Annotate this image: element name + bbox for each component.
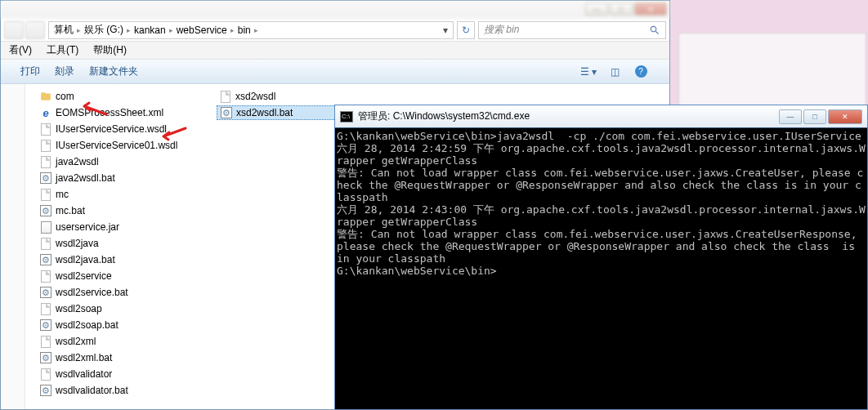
chevron-right-icon: ▸: [77, 26, 81, 34]
file-name: IUserServiceService.wsdl: [56, 123, 167, 135]
menu-tools[interactable]: 工具(T): [47, 43, 78, 57]
file-name: wsdl2soap.bat: [56, 319, 119, 331]
file-name: wsdlvalidator: [56, 368, 112, 380]
file-name: wsdl2service.bat: [56, 287, 128, 298]
breadcrumb[interactable]: 算机 ▸ 娱乐 (G:) ▸ kankan ▸ webService ▸ bin…: [48, 21, 454, 39]
file-item[interactable]: wsdl2java: [37, 236, 184, 251]
cmd-output[interactable]: G:\kankan\webService\bin>java2wsdl -cp .…: [335, 128, 867, 409]
view-mode-button[interactable]: ☰ ▾: [579, 64, 597, 80]
file-item[interactable]: java2wsdl: [37, 154, 184, 169]
search-placeholder: 搜索 bin: [484, 23, 519, 37]
file-name: EOMSProcessSheet.xml: [56, 107, 163, 118]
chevron-right-icon: ▸: [127, 26, 131, 34]
file-name: wsdl2xml: [56, 336, 96, 347]
sidebar[interactable]: [1, 84, 25, 409]
file-item[interactable]: eEOMSProcessSheet.xml: [37, 105, 184, 120]
file-item[interactable]: IUserServiceService01.wsdl: [37, 138, 184, 153]
file-item[interactable]: xsd2wsdl: [217, 89, 364, 104]
batch-file-icon: [39, 384, 52, 397]
cmd-window: C:\ 管理员: C:\Windows\system32\cmd.exe — □…: [334, 105, 868, 410]
batch-file-icon: [39, 253, 52, 266]
file-name: wsdl2soap: [56, 303, 102, 314]
file-item[interactable]: wsdl2service: [37, 269, 184, 283]
file-item[interactable]: wsdl2soap: [37, 301, 184, 316]
help-button[interactable]: ?: [632, 64, 650, 80]
folder-icon: [39, 90, 52, 103]
file-icon: [39, 270, 52, 283]
file-icon: [39, 368, 52, 381]
file-item[interactable]: userservice.jar: [37, 220, 184, 234]
menu-view[interactable]: 看(V): [9, 43, 32, 57]
file-name: java2wsdl.bat: [56, 172, 115, 184]
file-item[interactable]: wsdlvalidator: [37, 367, 184, 381]
file-name: userservice.jar: [56, 221, 119, 233]
file-item[interactable]: java2wsdl.bat: [37, 171, 184, 185]
address-bar: 算机 ▸ 娱乐 (G:) ▸ kankan ▸ webService ▸ bin…: [1, 19, 669, 42]
menubar: 看(V) 工具(T) 帮助(H): [1, 42, 669, 60]
cmd-maximize-button[interactable]: □: [803, 109, 826, 124]
file-name: wsdl2service: [56, 270, 112, 282]
tool-burn[interactable]: 刻录: [55, 65, 74, 78]
maximize-button[interactable]: □: [610, 2, 633, 16]
file-icon: [219, 90, 232, 103]
refresh-button[interactable]: ↻: [457, 21, 475, 39]
cmd-icon: C:\: [340, 111, 353, 123]
minimize-button[interactable]: —: [585, 2, 608, 16]
crumb-kankan[interactable]: kankan: [134, 25, 166, 36]
batch-file-icon: [220, 106, 233, 119]
file-name: xsd2wsdl.bat: [236, 107, 293, 118]
file-item[interactable]: IUserServiceService.wsdl: [37, 122, 184, 136]
chevron-right-icon: ▸: [169, 26, 173, 34]
tool-newfolder[interactable]: 新建文件夹: [89, 65, 138, 78]
tool-print[interactable]: 打印: [20, 65, 40, 78]
file-item[interactable]: wsdlvalidator.bat: [37, 383, 184, 398]
file-item[interactable]: wsdl2service.bat: [37, 285, 184, 300]
file-item[interactable]: wsdl2xml: [37, 334, 184, 349]
back-button[interactable]: [4, 21, 24, 39]
file-name: xsd2wsdl: [235, 91, 275, 102]
batch-file-icon: [39, 319, 52, 332]
menu-help[interactable]: 帮助(H): [93, 43, 127, 57]
crumb-webservice[interactable]: webService: [177, 25, 227, 36]
file-item[interactable]: mc.bat: [37, 203, 184, 218]
file-name: java2wsdl: [56, 156, 99, 167]
crumb-drive[interactable]: 娱乐 (G:): [84, 23, 123, 37]
file-name: mc: [56, 189, 69, 200]
batch-file-icon: [39, 204, 52, 217]
forward-button[interactable]: [25, 21, 45, 39]
file-item[interactable]: wsdl2java.bat: [37, 252, 184, 267]
file-name: wsdl2java: [56, 238, 99, 249]
explorer-window-buttons: — □ ✕: [585, 2, 667, 16]
list-icon: ☰ ▾: [580, 66, 597, 78]
crumb-bin[interactable]: bin: [238, 25, 251, 36]
cmd-close-button[interactable]: ✕: [828, 109, 862, 124]
search-input[interactable]: 搜索 bin: [478, 21, 666, 39]
dropdown-icon[interactable]: ▾: [443, 25, 448, 36]
file-name: wsdl2java.bat: [56, 254, 115, 265]
file-name: wsdl2xml.bat: [56, 352, 112, 363]
chevron-right-icon: ▸: [254, 26, 258, 34]
file-item[interactable]: com: [37, 89, 184, 104]
file-icon: [39, 335, 52, 348]
file-item[interactable]: wsdl2soap.bat: [37, 318, 184, 332]
file-item[interactable]: wsdl2xml.bat: [37, 350, 184, 365]
file-icon: [39, 237, 52, 250]
cmd-titlebar[interactable]: C:\ 管理员: C:\Windows\system32\cmd.exe — □…: [335, 105, 867, 128]
batch-file-icon: [39, 172, 52, 185]
cmd-title: 管理员: C:\Windows\system32\cmd.exe: [358, 109, 779, 123]
close-button[interactable]: ✕: [634, 2, 667, 16]
jar-file-icon: [39, 221, 52, 234]
cmd-minimize-button[interactable]: —: [779, 109, 802, 124]
file-icon: [39, 123, 52, 136]
explorer-titlebar[interactable]: — □ ✕: [1, 1, 669, 19]
preview-pane-button[interactable]: ◫: [606, 64, 624, 80]
crumb-computer[interactable]: 算机: [54, 23, 74, 37]
nav-buttons: [4, 21, 45, 39]
file-icon: [39, 139, 52, 152]
file-icon: [39, 302, 52, 315]
toolbar: 打印 刻录 新建文件夹 ☰ ▾ ◫ ?: [1, 60, 669, 84]
search-icon: [649, 25, 660, 36]
file-item[interactable]: mc: [37, 187, 184, 202]
file-name: wsdlvalidator.bat: [56, 385, 128, 396]
batch-file-icon: [39, 286, 52, 299]
